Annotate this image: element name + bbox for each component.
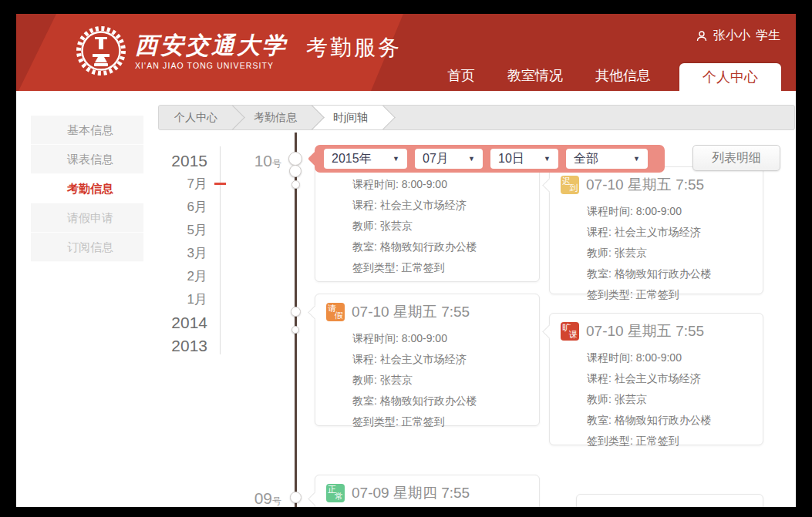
breadcrumb: 个人中心 考勤信息 时j间轴: [158, 105, 795, 130]
card-line: 教室: 格物致知行政办公楼: [587, 410, 752, 431]
card-line: 课程: 社会主义市场经济: [352, 349, 528, 370]
nav-item-home[interactable]: 首页: [431, 60, 491, 91]
attendance-card[interactable]: 迟到 07-10 星期五 7:55 课程时间: 8:00-9:00 课程: 社会…: [549, 166, 763, 294]
card-line: 签到类型: 正常签到: [352, 257, 528, 278]
month-axis-line: [220, 146, 221, 354]
card-title: 07-10 星期五 7:55: [352, 302, 470, 322]
axis-year[interactable]: 2015: [138, 149, 207, 173]
card-line: 教室: 格物致知行政办公楼: [352, 391, 528, 411]
card-line: 签到类型: 正常签到: [587, 284, 752, 305]
sidebar-item-subscription[interactable]: 订阅信息: [31, 233, 143, 262]
card-line: 教室: 格物致知行政办公楼: [352, 237, 528, 257]
app-title: 考勤服务: [306, 33, 402, 62]
card-line: 签到类型: 正常签到: [587, 431, 752, 452]
brand-text: 西安交通大学 XI'AN JIAO TONG UNIVERSITY: [135, 32, 288, 70]
sidebar-item-basic-info[interactable]: 基本信息: [31, 116, 143, 145]
nav-item-personal-center[interactable]: 个人中心: [679, 63, 781, 91]
chevron-down-icon: ▼: [633, 155, 640, 163]
axis-month-current[interactable]: 7月: [138, 173, 207, 196]
nav-item-classrooms[interactable]: 教室情况: [491, 60, 579, 91]
card-title: 07-09 星期四 7:55: [352, 483, 470, 503]
card-line: 教师: 张芸京: [352, 370, 528, 391]
year-select[interactable]: 2015年▼: [324, 149, 407, 169]
axis-month[interactable]: 6月: [138, 196, 207, 219]
timeline-node: [289, 165, 302, 177]
app-header: 西安交通大学 XI'AN JIAO TONG UNIVERSITY 考勤服务 张…: [16, 14, 796, 91]
axis-month[interactable]: 3月: [138, 242, 207, 265]
attendance-card[interactable]: 正常 07-09 星期四 7:55 课程时间: 8:00-9:00 课程: 社会…: [315, 475, 540, 507]
card-title: 07-10 星期五 7:55: [586, 321, 704, 341]
month-select[interactable]: 07月▼: [415, 149, 483, 169]
user-icon: [696, 30, 708, 42]
day-marker-10: 10号: [246, 152, 281, 170]
timeline-node: [291, 180, 300, 189]
sidebar: 基本信息 课表信息 考勤信息 请假申请 订阅信息: [31, 116, 143, 262]
sidebar-item-attendance[interactable]: 考勤信息: [31, 174, 143, 203]
card-line: 签到类型: 正常签到: [352, 411, 528, 432]
day-select[interactable]: 10日▼: [490, 149, 558, 169]
card-title: 07-10 星期五 7:55: [586, 175, 704, 195]
day-marker-09: 09号: [246, 489, 281, 507]
sidebar-item-leave-request[interactable]: 请假申请: [31, 203, 143, 233]
user-info[interactable]: 张小小 学生: [696, 28, 780, 44]
filter-bar: 2015年▼ 07月▼ 10日▼ 全部▼: [315, 145, 665, 173]
list-detail-button[interactable]: 列表明细: [692, 145, 780, 171]
card-line: 教师: 张芸京: [587, 389, 752, 410]
card-line: 课程时间: 8:00-9:00: [352, 328, 528, 349]
user-role: 学生: [756, 28, 780, 44]
axis-month[interactable]: 2月: [138, 265, 207, 288]
card-line: 教师: 张芸京: [352, 216, 528, 237]
current-month-marker: [214, 183, 226, 185]
card-line: 课程: 社会主义市场经济: [587, 222, 752, 243]
card-line: 课程时间: 8:00-9:00: [352, 174, 528, 195]
axis-month[interactable]: 5月: [138, 219, 207, 242]
chevron-down-icon: ▼: [544, 155, 551, 163]
card-line: 课程时间: 8:00-9:00: [587, 347, 752, 368]
timeline-node: [288, 152, 302, 166]
brand: 西安交通大学 XI'AN JIAO TONG UNIVERSITY 考勤服务: [75, 25, 402, 77]
chevron-down-icon: ▼: [393, 155, 399, 163]
breadcrumb-item-personal-center[interactable]: 个人中心: [159, 106, 233, 129]
nav-item-other-info[interactable]: 其他信息: [579, 60, 667, 91]
type-select[interactable]: 全部▼: [566, 149, 648, 169]
timeline-node: [291, 326, 299, 334]
attendance-card[interactable]: 旷课 07-10 星期五 7:55 课程时间: 8:00-9:00 课程: 社会…: [549, 313, 763, 445]
attendance-card[interactable]: [576, 494, 763, 507]
chevron-down-icon: ▼: [468, 155, 475, 163]
status-badge-absent-icon: 旷课: [561, 322, 579, 341]
card-line: 教师: 张芸京: [587, 243, 752, 264]
axis-month[interactable]: 1月: [138, 288, 207, 311]
status-badge-leave-icon: 请假: [326, 303, 345, 321]
status-badge-normal-icon: 正常: [326, 484, 345, 502]
axis-year[interactable]: 2013: [138, 334, 207, 358]
axis-year[interactable]: 2014: [138, 311, 207, 334]
university-logo-icon: [75, 25, 127, 77]
sidebar-item-schedule[interactable]: 课表信息: [31, 145, 143, 174]
month-axis: 2015 7月 6月 5月 3月 2月 1月 2014 2013: [138, 149, 214, 358]
university-name-zh: 西安交通大学: [135, 32, 288, 59]
timeline-node: [291, 307, 301, 317]
main-nav: 首页 教室情况 其他信息 个人中心: [431, 60, 781, 91]
card-line: 教室: 格物致知行政办公楼: [587, 264, 752, 284]
status-badge-late-icon: 迟到: [561, 176, 579, 194]
card-line: 课程: 社会主义市场经济: [587, 368, 752, 389]
attendance-card[interactable]: 请假 07-10 星期五 7:55 课程时间: 8:00-9:00 课程: 社会…: [315, 294, 540, 426]
university-name-en: XI'AN JIAO TONG UNIVERSITY: [135, 61, 288, 70]
card-line: 课程: 社会主义市场经济: [352, 195, 528, 216]
attendance-app-window: 西安交通大学 XI'AN JIAO TONG UNIVERSITY 考勤服务 张…: [16, 14, 796, 507]
user-name: 张小小: [713, 28, 750, 44]
timeline-node: [290, 492, 302, 503]
card-line: 课程时间: 8:00-9:00: [587, 201, 752, 222]
